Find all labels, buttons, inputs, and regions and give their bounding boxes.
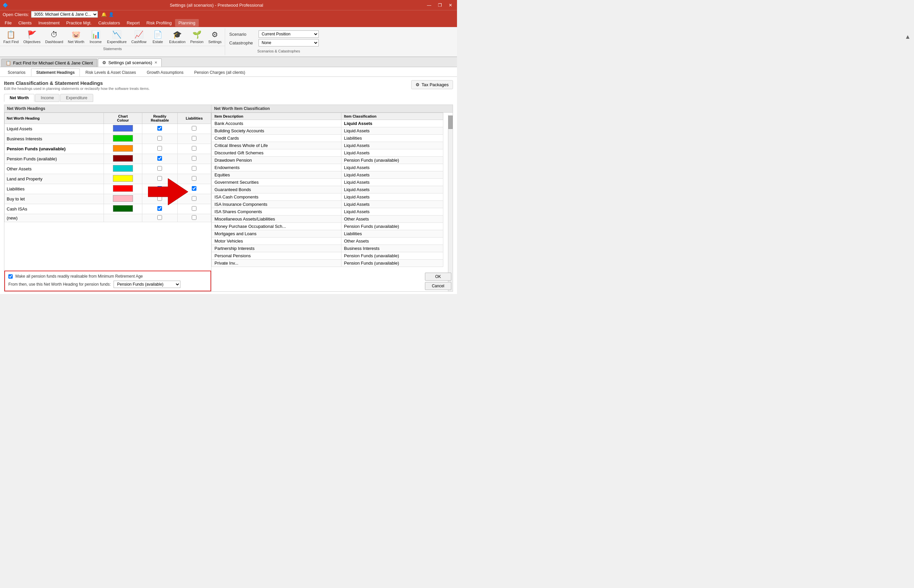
row-color[interactable] [104, 144, 142, 154]
ribbon-pension[interactable]: 🌱 Pension [188, 29, 205, 45]
item-description: Personal Pensions [212, 252, 341, 260]
menu-file[interactable]: File [2, 19, 15, 27]
inner-tab-net-worth[interactable]: Net Worth [4, 94, 34, 102]
table-row: Private Inv... Pension Funds (unavailabl… [212, 260, 443, 267]
row-liabilities[interactable] [178, 194, 211, 204]
ribbon-net-worth[interactable]: 🐷 Net Worth [66, 29, 86, 45]
pension-realisable-checkbox[interactable] [8, 274, 13, 279]
table-row: Pension Funds (unavailable) [5, 144, 211, 154]
item-classification: Other Assets [341, 215, 443, 223]
scrollbar-thumb[interactable] [448, 116, 453, 129]
net-worth-label: Net Worth [68, 40, 84, 44]
menu-investment[interactable]: Investment [35, 19, 63, 27]
cancel-button[interactable]: Cancel [425, 282, 451, 290]
ribbon-objectives[interactable]: 🚩 Objectives [21, 29, 42, 45]
pension-icon: 🌱 [192, 31, 202, 39]
row-liabilities[interactable] [178, 124, 211, 134]
row-realisable[interactable] [142, 194, 178, 204]
row-color[interactable] [104, 164, 142, 174]
row-liabilities[interactable] [178, 164, 211, 174]
cashflow-icon: 📈 [134, 31, 143, 39]
menu-clients[interactable]: Clients [15, 19, 35, 27]
sub-tab-growth-assumptions[interactable]: Growth Assumptions [142, 68, 189, 76]
open-clients-select[interactable]: 3055: Michael Client & Jane C... [31, 11, 98, 18]
sub-tab-pension-charges[interactable]: Pension Charges (all clients) [189, 68, 250, 76]
row-realisable[interactable] [142, 124, 178, 134]
scenario-select[interactable]: Current Position Scenario 1 Scenario 2 [258, 31, 319, 38]
row-liabilities[interactable] [178, 204, 211, 214]
doc-tab-fact-find[interactable]: 📋 Fact Find for Michael Client & Jane Cl… [2, 59, 97, 67]
row-realisable[interactable] [142, 174, 178, 184]
row-color[interactable] [104, 194, 142, 204]
right-panel-title: Net Worth Item Classification [212, 105, 453, 113]
inner-tab-income[interactable]: Income [35, 94, 60, 102]
ribbon-education[interactable]: 🎓 Education [167, 29, 187, 45]
row-realisable[interactable] [142, 184, 178, 194]
menu-report[interactable]: Report [123, 19, 143, 27]
tax-packages-button[interactable]: ⚙ Tax Packages [411, 80, 453, 89]
row-color[interactable] [104, 154, 142, 164]
row-heading: Business Interests [5, 134, 104, 144]
menu-calculators[interactable]: Calculators [95, 19, 123, 27]
row-color[interactable] [104, 174, 142, 184]
row-color[interactable] [104, 134, 142, 144]
row-liabilities[interactable] [178, 174, 211, 184]
row-color[interactable] [104, 184, 142, 194]
client-icon: 🔔 [101, 12, 107, 17]
row-realisable[interactable] [142, 164, 178, 174]
close-button[interactable]: ✕ [447, 2, 454, 8]
row-heading: Liabilities [5, 184, 104, 194]
tax-packages-label: Tax Packages [421, 82, 449, 87]
row-color[interactable] [104, 204, 142, 214]
item-description: Critical Illness Whole of Life [212, 142, 341, 149]
restore-button[interactable]: ❐ [436, 2, 444, 8]
menu-risk-profiling[interactable]: Risk Profiling [143, 19, 175, 27]
row-liabilities[interactable] [178, 154, 211, 164]
income-label: Income [89, 40, 102, 44]
row-liabilities[interactable] [178, 184, 211, 194]
ok-button[interactable]: OK [425, 273, 451, 281]
item-description: Private Inv... [212, 260, 341, 267]
ribbon-income[interactable]: 📊 Income [87, 29, 104, 45]
settings-tab-close[interactable]: ✕ [154, 60, 157, 65]
expenditure-icon: 📉 [112, 31, 121, 39]
row-realisable[interactable] [142, 144, 178, 154]
row-realisable[interactable] [142, 134, 178, 144]
menu-planning[interactable]: Planning [175, 19, 199, 27]
estate-icon: 📄 [153, 31, 162, 39]
inner-tab-expenditure[interactable]: Expenditure [60, 94, 93, 102]
action-buttons: OK Cancel [424, 271, 453, 291]
ribbon-fact-find[interactable]: 📋 Fact Find [2, 29, 21, 45]
menu-practice-mgt[interactable]: Practice Mgt. [63, 19, 95, 27]
expenditure-label: Expenditure [107, 40, 127, 44]
row-realisable[interactable] [142, 204, 178, 214]
sub-tab-risk-levels[interactable]: Risk Levels & Asset Classes [81, 68, 141, 76]
row-realisable[interactable] [142, 154, 178, 164]
minimize-button[interactable]: — [425, 2, 433, 8]
ribbon-settings[interactable]: ⚙ Settings [206, 29, 223, 45]
pension-heading-select[interactable]: Pension Funds (available) Pension Funds … [114, 281, 180, 288]
item-classification: Liquid Assets [341, 208, 443, 215]
row-color[interactable] [104, 214, 142, 222]
settings-tab-label: Settings (all scenarios) [108, 60, 152, 65]
ribbon-estate[interactable]: 📄 Estate [149, 29, 166, 45]
row-liabilities[interactable] [178, 144, 211, 154]
ribbon-cashflow[interactable]: 📈 Cashflow [129, 29, 148, 45]
row-heading: Pension Funds (available) [5, 154, 104, 164]
catastrophe-select[interactable]: None Death Critical Illness [258, 39, 319, 47]
page-content: Item Classification & Statement Headings… [0, 77, 457, 294]
sub-tab-scenarios[interactable]: Scenarios [3, 68, 31, 76]
row-liabilities[interactable] [178, 214, 211, 222]
row-liabilities[interactable] [178, 134, 211, 144]
doc-tab-settings[interactable]: ⚙ Settings (all scenarios) ✕ [98, 58, 162, 67]
right-panel-scrollbar[interactable] [448, 115, 453, 291]
row-color[interactable] [104, 124, 142, 134]
ribbon-dashboard[interactable]: ⏱ Dashboard [43, 29, 65, 45]
col-liabilities: Liabilities [178, 113, 211, 124]
ribbon-expenditure[interactable]: 📉 Expenditure [105, 29, 129, 45]
table-row: Government Securities Liquid Assets [212, 179, 443, 186]
sub-tab-statement-headings[interactable]: Statement Headings [31, 68, 79, 76]
item-description: ISA Insurance Components [212, 201, 341, 208]
row-heading: Pension Funds (unavailable) [5, 144, 104, 154]
row-realisable[interactable] [142, 214, 178, 222]
